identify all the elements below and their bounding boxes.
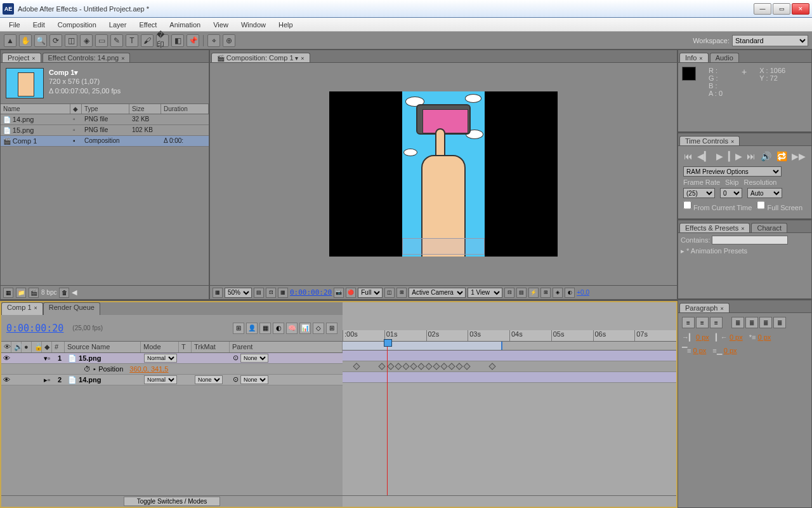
camera-select[interactable]: Active Camera — [409, 288, 466, 298]
maximize-button[interactable]: ▭ — [773, 3, 790, 15]
next-frame-icon[interactable]: ▎▶ — [728, 151, 742, 161]
tab-paragraph[interactable]: Paragraph× — [679, 303, 730, 312]
minimize-button[interactable]: — — [754, 3, 771, 15]
text-tool-icon[interactable]: T — [126, 34, 138, 47]
tab-comp[interactable]: 🎬 Composition: Comp 1 ▾× — [211, 53, 310, 62]
layer-track[interactable] — [343, 372, 676, 383]
auto-keyframe-icon[interactable]: ◇ — [313, 323, 324, 334]
draft3d-icon[interactable]: ⊞ — [233, 323, 244, 334]
viewer-canvas[interactable] — [210, 63, 677, 285]
selection-tool-icon[interactable]: ▲ — [4, 34, 16, 47]
prev-frame-icon[interactable]: ◀▎ — [697, 151, 711, 161]
bpc-label[interactable]: 8 bpc — [41, 289, 56, 296]
interpret-footage-icon[interactable]: ▦ — [3, 288, 13, 298]
audio-icon[interactable]: 🔊 — [761, 151, 771, 161]
more-icon[interactable]: ⊞ — [326, 323, 337, 334]
workspace-select[interactable]: Standard — [732, 35, 808, 46]
pen-tool-icon[interactable]: ✎ — [110, 34, 123, 47]
fast-preview-icon[interactable]: ⚡ — [528, 288, 539, 298]
tab-comp-timeline[interactable]: Comp 1× — [1, 302, 43, 315]
ram-options-select[interactable]: RAM Preview Options — [683, 166, 782, 177]
col-size[interactable]: Size — [129, 104, 161, 114]
frame-rate-select[interactable]: (25) — [683, 188, 715, 198]
hand-tool-icon[interactable]: ✋ — [19, 34, 32, 47]
col-name[interactable]: Name — [1, 104, 70, 114]
layer-row[interactable]: 👁 ▸▫ 2 📄 14.png Normal None ⊙ None — [1, 375, 343, 385]
from-current-checkbox[interactable]: From Current Time — [683, 200, 752, 211]
menu-layer[interactable]: Layer — [103, 20, 133, 30]
loop-icon[interactable]: 🔁 — [776, 151, 787, 161]
puppet-tool-icon[interactable]: 📌 — [187, 34, 199, 47]
brain-icon[interactable]: 🧠 — [286, 323, 298, 334]
playhead[interactable] — [387, 342, 388, 495]
channel-icon[interactable]: 🔴 — [346, 288, 356, 298]
hide-shy-icon[interactable]: 👤 — [246, 323, 258, 334]
comp-thumbnail[interactable] — [6, 68, 44, 98]
menu-view[interactable]: View — [207, 20, 235, 30]
rotate-tool-icon[interactable]: ⟳ — [49, 34, 62, 47]
share-view-icon[interactable]: ⊟ — [504, 288, 514, 298]
skip-select[interactable]: 0 — [720, 188, 742, 198]
close-button[interactable]: ✕ — [792, 3, 809, 15]
roi-icon[interactable]: ⊡ — [266, 288, 276, 298]
tab-time-controls[interactable]: Time Controls× — [679, 136, 740, 145]
pixel-aspect-icon[interactable]: ⊞ — [396, 288, 407, 298]
tab-audio[interactable]: Audio — [710, 53, 739, 62]
project-row[interactable]: 🎬 Comp 1 ▪ Composition Δ 0:00: — [1, 136, 209, 147]
first-frame-icon[interactable]: ⏮ — [684, 151, 693, 161]
layer-track[interactable] — [343, 351, 676, 361]
new-folder-icon[interactable]: 📁 — [16, 288, 26, 298]
menu-edit[interactable]: Edit — [27, 20, 51, 30]
col-type[interactable]: Type — [82, 104, 129, 114]
color-mgmt-icon[interactable]: ▤ — [516, 288, 527, 298]
zoom-tool-icon[interactable]: 🔍 — [34, 34, 47, 47]
justify-right-icon[interactable]: ≣ — [759, 317, 772, 328]
project-row[interactable]: 📄 15.png ▫ PNG file 102 KB — [1, 125, 209, 136]
keyframe-row[interactable] — [343, 361, 676, 372]
col-label[interactable]: ◆ — [42, 342, 52, 352]
menu-animation[interactable]: Animation — [163, 20, 207, 30]
col-audio[interactable]: 🔊 — [11, 342, 22, 352]
world-axis-icon[interactable]: ⊕ — [223, 34, 235, 47]
tab-render-queue[interactable]: Render Queue — [43, 302, 100, 315]
menu-file[interactable]: File — [3, 20, 27, 30]
menu-composition[interactable]: Composition — [51, 20, 103, 30]
align-center-icon[interactable]: ≡ — [696, 317, 709, 328]
last-frame-icon[interactable]: ⏭ — [747, 151, 756, 161]
tab-project[interactable]: Project× — [2, 53, 41, 62]
timeline-time[interactable]: 0:00:00:20 — [6, 323, 63, 334]
position-value[interactable]: 360,0, 341,5 — [129, 365, 168, 373]
brush-tool-icon[interactable]: 🖌 — [141, 34, 154, 47]
tab-effects-presets[interactable]: Effects & Presets× — [679, 223, 750, 232]
menu-effect[interactable]: Effect — [133, 20, 163, 30]
timeline-tracks[interactable]: :00s01s02s03s 04s05s06s07s — [343, 301, 678, 508]
snapshot-icon[interactable]: 📷 — [334, 288, 344, 298]
current-time[interactable]: 0:00:00:20 — [290, 288, 332, 297]
timeline-icon[interactable]: ⊞ — [540, 288, 551, 298]
exposure-value[interactable]: +0,0 — [577, 289, 589, 296]
work-area-bar[interactable] — [343, 342, 676, 351]
align-right-icon[interactable]: ≡ — [710, 317, 723, 328]
resolution-icon[interactable]: ▤ — [254, 288, 264, 298]
justify-left-icon[interactable]: ≣ — [731, 317, 744, 328]
justify-all-icon[interactable]: ≣ — [773, 317, 786, 328]
col-duration[interactable]: Duration — [161, 104, 209, 114]
tab-character[interactable]: Charact — [751, 223, 787, 232]
tab-info[interactable]: Info× — [679, 53, 709, 62]
rect-tool-icon[interactable]: ▭ — [95, 34, 108, 47]
menu-window[interactable]: Window — [235, 20, 272, 30]
delete-icon[interactable]: 🗑 — [59, 288, 69, 298]
align-left-icon[interactable]: ≡ — [682, 317, 695, 328]
eraser-tool-icon[interactable]: ◧ — [171, 34, 184, 47]
col-solo[interactable]: ● — [22, 342, 32, 352]
justify-center-icon[interactable]: ≣ — [745, 317, 758, 328]
frame-blend-icon[interactable]: ▦ — [259, 323, 271, 334]
full-screen-checkbox[interactable]: Full Screen — [757, 200, 802, 211]
flowchart-icon[interactable]: ◈ — [553, 288, 563, 298]
pan-behind-tool-icon[interactable]: ◈ — [80, 34, 93, 47]
view-select[interactable]: 1 View — [468, 288, 502, 298]
project-row[interactable]: 📄 14.png ▫ PNG file 32 KB — [1, 114, 209, 125]
always-preview-icon[interactable]: ▦ — [213, 288, 223, 298]
tab-effect-controls[interactable]: Effect Controls: 14.png× — [43, 53, 131, 62]
toggle-switches-button[interactable]: Toggle Switches / Modes — [124, 497, 221, 506]
